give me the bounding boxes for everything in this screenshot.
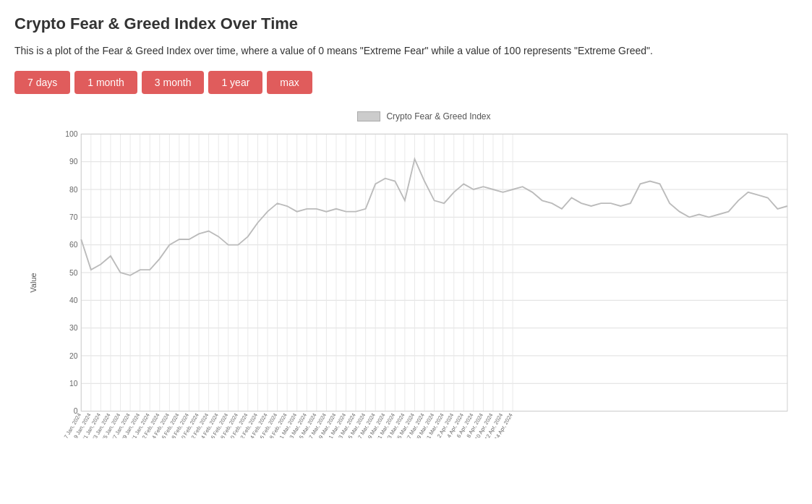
legend-color-box <box>357 111 380 121</box>
btn-max[interactable]: max <box>267 71 312 94</box>
chart-area: Value 010203040506070809010017 Jan, 2024… <box>51 127 798 438</box>
svg-text:80: 80 <box>69 186 78 194</box>
svg-text:50: 50 <box>69 269 78 277</box>
svg-text:40: 40 <box>69 296 78 304</box>
svg-text:10: 10 <box>69 380 78 388</box>
chart-svg-wrapper: 010203040506070809010017 Jan, 202419 Jan… <box>51 127 798 438</box>
svg-text:90: 90 <box>69 158 78 166</box>
svg-text:20: 20 <box>69 352 78 360</box>
y-axis-label: Value <box>29 273 38 292</box>
legend-label: Crypto Fear & Greed Index <box>386 111 490 121</box>
svg-text:60: 60 <box>69 241 78 249</box>
btn-1year[interactable]: 1 year <box>208 71 262 94</box>
btn-7days[interactable]: 7 days <box>14 71 70 94</box>
page-description: This is a plot of the Fear & Greed Index… <box>14 45 798 56</box>
btn-3month[interactable]: 3 month <box>142 71 205 94</box>
btn-1month[interactable]: 1 month <box>74 71 137 94</box>
svg-text:70: 70 <box>69 213 78 221</box>
page-title: Crypto Fear & Greed Index Over Time <box>14 14 798 33</box>
chart-container: Crypto Fear & Greed Index Value 01020304… <box>14 111 798 496</box>
chart-legend: Crypto Fear & Greed Index <box>51 111 798 121</box>
svg-text:100: 100 <box>65 130 77 138</box>
svg-text:30: 30 <box>69 324 78 332</box>
time-range-buttons: 7 days 1 month 3 month 1 year max <box>14 71 798 94</box>
